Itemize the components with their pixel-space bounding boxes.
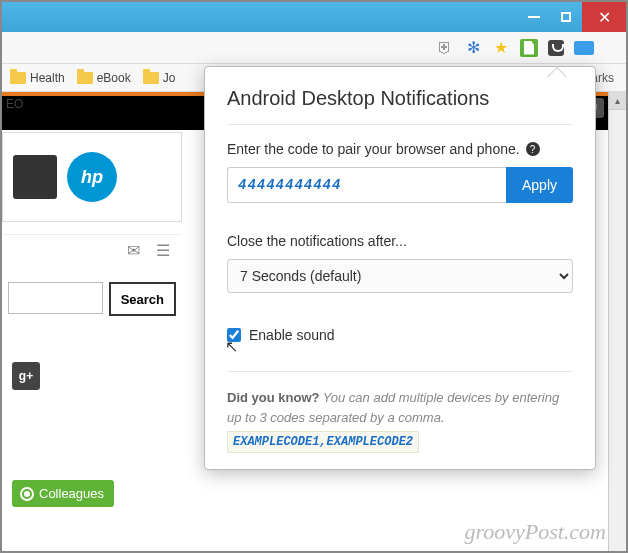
search-input[interactable] bbox=[8, 282, 103, 314]
folder-icon bbox=[77, 72, 93, 84]
popup-title: Android Desktop Notifications bbox=[227, 87, 573, 110]
rss-icon[interactable]: ☰ bbox=[156, 241, 170, 260]
bookmark-health[interactable]: Health bbox=[6, 69, 69, 87]
social-icons: ✉ ☰ bbox=[2, 234, 182, 266]
shield-icon[interactable]: ⛨ bbox=[436, 39, 454, 57]
notifications-extension-icon[interactable] bbox=[574, 41, 594, 55]
watermark: groovyPost.com bbox=[464, 519, 606, 545]
did-you-know: Did you know? You can add multiple devic… bbox=[227, 388, 573, 453]
colleagues-icon bbox=[20, 487, 34, 501]
share-icon[interactable]: ✻ bbox=[464, 39, 482, 57]
scroll-up-icon[interactable]: ▴ bbox=[609, 92, 626, 110]
apply-button[interactable]: Apply bbox=[506, 167, 573, 203]
folder-icon bbox=[143, 72, 159, 84]
example-codes: EXAMPLECODE1,EXAMPLECODE2 bbox=[227, 431, 419, 453]
page-sidebar: hp ✉ ☰ Search g+ Colleagues bbox=[2, 132, 182, 553]
close-button[interactable] bbox=[582, 2, 626, 32]
hp-ad[interactable]: hp bbox=[2, 132, 182, 222]
help-icon[interactable]: ? bbox=[526, 142, 540, 156]
hp-logo-icon: hp bbox=[67, 152, 117, 202]
folder-icon bbox=[10, 72, 26, 84]
enable-sound-checkbox[interactable] bbox=[227, 328, 241, 342]
scrollbar-vertical[interactable]: ▴ bbox=[608, 92, 626, 551]
menu-icon[interactable] bbox=[604, 39, 620, 57]
minimize-button[interactable] bbox=[518, 2, 550, 32]
pair-label: Enter the code to pair your browser and … bbox=[227, 141, 573, 157]
bookmark-eo[interactable]: EO bbox=[6, 97, 23, 111]
gplus-icon[interactable]: g+ bbox=[12, 362, 40, 390]
bookmark-ebook[interactable]: eBook bbox=[73, 69, 135, 87]
close-after-label: Close the notifications after... bbox=[227, 233, 573, 249]
extension-popup: Android Desktop Notifications Enter the … bbox=[204, 66, 596, 470]
bookmark-jo[interactable]: Jo bbox=[139, 69, 180, 87]
printer-icon bbox=[13, 155, 57, 199]
search-button[interactable]: Search bbox=[109, 282, 176, 316]
email-icon[interactable]: ✉ bbox=[127, 241, 140, 260]
window-titlebar bbox=[2, 2, 626, 32]
browser-toolbar: ⛨ ✻ ★ bbox=[2, 32, 626, 64]
close-after-select[interactable]: 7 Seconds (default) bbox=[227, 259, 573, 293]
pair-code-input[interactable] bbox=[227, 167, 506, 203]
enable-sound-label: Enable sound bbox=[249, 327, 335, 343]
star-icon[interactable]: ★ bbox=[492, 39, 510, 57]
pocket-icon[interactable] bbox=[548, 40, 564, 56]
maximize-button[interactable] bbox=[550, 2, 582, 32]
enable-sound-row[interactable]: Enable sound ↖ bbox=[227, 327, 573, 343]
evernote-icon[interactable] bbox=[520, 39, 538, 57]
colleagues-button[interactable]: Colleagues bbox=[12, 480, 114, 507]
